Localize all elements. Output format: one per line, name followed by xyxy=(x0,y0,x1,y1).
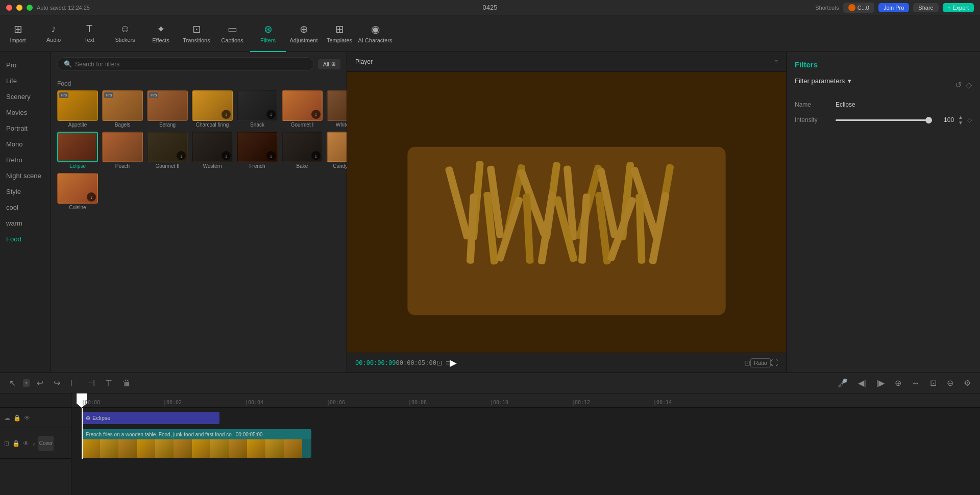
trim-right-btn[interactable]: |▶ xyxy=(873,376,888,390)
split-btn[interactable]: ⊢ xyxy=(67,376,81,390)
search-input-wrap[interactable]: 🔍 xyxy=(57,57,314,71)
track-lock-icon[interactable]: 🔒 xyxy=(13,414,21,422)
filter-eclipse[interactable]: Eclipse xyxy=(57,132,98,169)
sidebar-item-movies[interactable]: Movies xyxy=(0,105,51,120)
export-btn[interactable]: ↑ Export xyxy=(943,3,974,12)
filter-label: Eclipse xyxy=(69,163,86,169)
share-btn[interactable]: Share xyxy=(913,3,938,12)
filter-french[interactable]: ↓ French xyxy=(237,132,278,169)
insert-btn[interactable]: ⊕ xyxy=(892,376,904,390)
redo-btn[interactable]: ↪ xyxy=(51,376,63,390)
filter-candy-cane[interactable]: ↓ Candy Cane xyxy=(327,132,347,169)
more-btn[interactable]: ⊖ xyxy=(944,376,957,390)
pro-badge: Pro xyxy=(149,92,158,98)
sidebar-item-warm[interactable]: warm xyxy=(0,215,51,231)
fullscreen-crop-btn[interactable]: ⊡ xyxy=(744,359,750,367)
select-tool-btn[interactable]: ↖ xyxy=(6,376,19,390)
sidebar-item-pro[interactable]: Pro xyxy=(0,57,51,73)
sidebar-item-food[interactable]: Food xyxy=(0,231,51,247)
total-time: 00:00:05:00 xyxy=(396,359,436,366)
fullscreen-btn[interactable]: ⛶ xyxy=(771,359,778,367)
captions-icon: ▭ xyxy=(228,23,237,35)
toolbar-item-filters[interactable]: ⊛ Filters xyxy=(250,15,286,52)
ratio-btn[interactable]: Ratio xyxy=(750,358,771,367)
track-cloud-icon[interactable]: ☁ xyxy=(4,414,10,422)
filter-clip[interactable]: ⊛ Eclipse xyxy=(82,412,219,424)
toolbar-item-templates[interactable]: ⊞ Templates xyxy=(322,15,357,52)
video-clip[interactable]: French fries on a wooden table. Food, ju… xyxy=(82,429,311,458)
sidebar-item-retro[interactable]: Retro xyxy=(0,152,51,168)
filter-name-value: Eclipse xyxy=(836,101,855,108)
trim-left-btn[interactable]: ◀| xyxy=(855,376,869,390)
toolbar-item-text[interactable]: T Text xyxy=(71,15,107,52)
settings-icon-btn[interactable]: ⚙ xyxy=(961,376,974,390)
search-input[interactable] xyxy=(75,61,307,68)
track-clip-icon[interactable]: ⊡ xyxy=(4,440,9,447)
import-icon: ⊞ xyxy=(14,23,22,35)
sidebar-item-style[interactable]: Style xyxy=(0,184,51,200)
mic-btn[interactable]: 🎤 xyxy=(835,376,851,390)
track-eye2-icon[interactable]: 👁 xyxy=(23,440,29,447)
toolbar-item-transitions[interactable]: ⊡ Transitions xyxy=(179,15,214,52)
toolbar-item-audio[interactable]: ♪ Audio xyxy=(36,15,71,52)
replace-btn[interactable]: ↔ xyxy=(909,377,923,390)
close-btn[interactable] xyxy=(6,5,12,11)
filter-bagels[interactable]: Pro Bagels xyxy=(102,90,143,128)
join-pro-btn[interactable]: Join Pro xyxy=(878,3,909,12)
filter-serang[interactable]: Pro Serang xyxy=(147,90,188,128)
filter-params-title: Filter parameters ▾ xyxy=(795,77,851,85)
filter-white-tea[interactable]: ↓ White Tea xyxy=(327,90,347,128)
maximize-btn[interactable] xyxy=(27,5,33,11)
filter-gourmet-ii[interactable]: ↓ Gourmet II xyxy=(147,132,188,169)
cover-btn[interactable]: Cover xyxy=(38,436,54,451)
track-audio-icon[interactable]: ♪ xyxy=(32,440,35,447)
delete-btn[interactable]: 🗑 xyxy=(119,377,134,390)
filter-label: Gourmet II xyxy=(155,163,179,169)
toolbar-item-effects[interactable]: ✦ Effects xyxy=(143,15,179,52)
sidebar-item-night-scene[interactable]: Night scene xyxy=(0,168,51,184)
effects-icon: ✦ xyxy=(157,23,165,35)
minimize-btn[interactable] xyxy=(16,5,22,11)
diamond-intensity-icon[interactable]: ◇ xyxy=(967,116,972,123)
all-filter-btn[interactable]: All ⊞ xyxy=(318,59,340,69)
sidebar-item-scenery[interactable]: Scenery xyxy=(0,89,51,105)
filter-bake[interactable]: ↓ Bake xyxy=(282,132,323,169)
track-lock2-icon[interactable]: 🔒 xyxy=(12,440,20,447)
reset-icon[interactable]: ↺ xyxy=(955,80,962,90)
toolbar-item-captions[interactable]: ▭ Captions xyxy=(214,15,250,52)
shortcuts-btn[interactable]: Shortcuts xyxy=(815,5,839,11)
filter-gourmet-i[interactable]: ↓ Gourmet I xyxy=(282,90,323,128)
select-dropdown[interactable]: ▾ xyxy=(23,379,30,387)
grid-view-btn[interactable]: ⊡ xyxy=(436,359,443,367)
track-eye-icon[interactable]: 👁 xyxy=(24,414,30,422)
user-menu-btn[interactable]: C...0 xyxy=(843,3,874,13)
toolbar-item-ai-characters[interactable]: ◉ AI Characters xyxy=(357,15,393,52)
split-left-btn[interactable]: ⊣ xyxy=(85,376,98,390)
filter-cuisine[interactable]: ↓ Cuisine xyxy=(57,173,98,210)
filter-peach[interactable]: Peach xyxy=(102,132,143,169)
undo-btn[interactable]: ↩ xyxy=(34,376,46,390)
window-title: 0425 xyxy=(483,4,498,11)
filter-snack[interactable]: ↓ Snack xyxy=(237,90,278,128)
filter-appetite[interactable]: Pro Appetite xyxy=(57,90,98,128)
toolbar-item-adjustment[interactable]: ⊕ Adjustment xyxy=(286,15,322,52)
filter-track: ⊛ Eclipse xyxy=(71,408,980,428)
split-right-btn[interactable]: ⊤ xyxy=(102,376,115,390)
crop-btn[interactable]: ⊡ xyxy=(927,376,940,390)
sidebar-item-cool[interactable]: cool xyxy=(0,200,51,215)
sidebar-item-mono[interactable]: Mono xyxy=(0,136,51,152)
sidebar-item-life[interactable]: Life xyxy=(0,73,51,89)
filter-sidebar: Pro Life Scenery Movies Portrait Mono Re… xyxy=(0,52,51,373)
increment-btn[interactable]: ▲▼ xyxy=(958,114,963,126)
diamond-icon[interactable]: ◇ xyxy=(966,80,972,90)
filter-charcoal-firing[interactable]: ↓ Charcoal firing xyxy=(192,90,233,128)
list-view-btn[interactable]: ≡ xyxy=(446,359,450,367)
toolbar-item-import[interactable]: ⊞ Import xyxy=(0,15,36,52)
intensity-slider[interactable]: 100 ▲▼ ◇ xyxy=(836,114,972,126)
sidebar-item-portrait[interactable]: Portrait xyxy=(0,120,51,136)
toolbar-item-stickers[interactable]: ☺ Stickers xyxy=(107,15,143,52)
player-menu-icon[interactable]: ≡ xyxy=(774,58,778,65)
filter-western[interactable]: ↓ Western xyxy=(192,132,233,169)
slider-track xyxy=(836,119,932,121)
play-button[interactable]: ▶ xyxy=(450,357,457,368)
